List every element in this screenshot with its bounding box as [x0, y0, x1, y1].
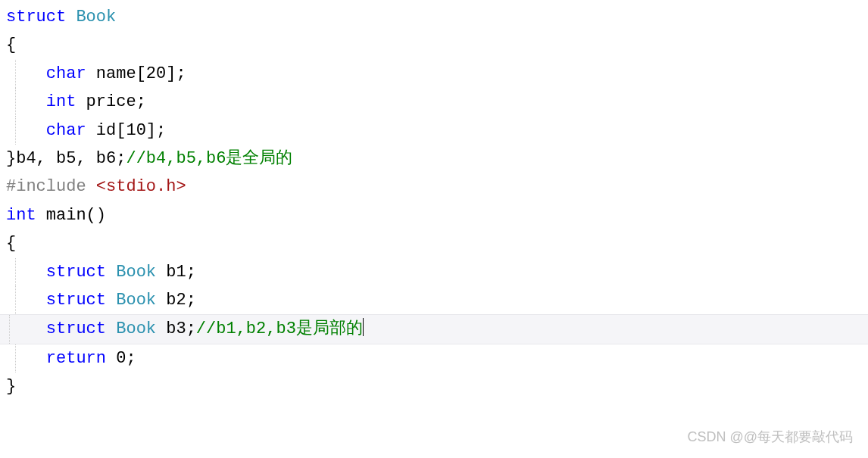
keyword-return: return: [46, 349, 106, 368]
type-book: Book: [106, 319, 156, 338]
indent-guide: [15, 258, 16, 286]
indent-guide: [15, 286, 16, 314]
code-line-8: int main(): [6, 201, 862, 229]
type-book: Book: [106, 263, 156, 282]
indent: [6, 92, 46, 111]
preprocessor-include: #include: [6, 177, 86, 196]
return-value: 0;: [106, 349, 136, 368]
keyword-struct: struct: [46, 263, 106, 282]
watermark: CSDN @@每天都要敲代码: [687, 425, 853, 449]
var-b2: b2;: [156, 291, 196, 310]
code-line-14: return 0;: [6, 344, 862, 372]
var-id: id[10];: [86, 121, 167, 140]
code-line-3: char name[20];: [6, 60, 862, 88]
brace-close-vars: }b4, b5, b6;: [6, 149, 126, 168]
comment-local: //b1,b2,b3是局部的: [196, 319, 363, 338]
code-line-5: char id[10];: [6, 117, 862, 145]
indent: [6, 64, 46, 83]
type-book: Book: [106, 291, 156, 310]
var-price: price;: [76, 92, 145, 111]
indent-guide: [9, 315, 10, 343]
keyword-struct: struct: [6, 8, 66, 26]
indent: [6, 319, 46, 338]
keyword-struct: struct: [46, 319, 106, 338]
keyword-struct: struct: [46, 291, 106, 310]
keyword-char: char: [46, 121, 86, 140]
indent-guide: [15, 344, 16, 372]
func-main: main(): [36, 206, 106, 225]
code-line-12-highlighted: struct Book b3;//b1,b2,b3是局部的: [0, 314, 868, 344]
type-book: Book: [66, 8, 116, 26]
indent: [6, 349, 46, 368]
var-b3: b3;: [156, 319, 196, 338]
indent-guide: [15, 88, 16, 116]
indent-guide: [15, 60, 16, 88]
keyword-char: char: [46, 64, 86, 83]
indent-guide: [15, 117, 16, 145]
code-line-4: int price;: [6, 88, 862, 116]
brace-open: {: [6, 36, 16, 55]
indent: [6, 263, 46, 282]
indent: [6, 291, 46, 310]
text-cursor: [363, 318, 364, 336]
brace-open: {: [6, 234, 16, 253]
header-stdio: <stdio.h>: [86, 177, 186, 196]
code-line-11: struct Book b2;: [6, 286, 862, 314]
keyword-int: int: [46, 92, 76, 111]
code-line-7: #include <stdio.h>: [6, 173, 862, 201]
code-line-6: }b4, b5, b6;//b4,b5,b6是全局的: [6, 145, 862, 173]
keyword-int: int: [6, 206, 36, 225]
brace-close: }: [6, 377, 16, 396]
code-line-9: {: [6, 229, 862, 257]
code-line-2: {: [6, 31, 862, 59]
code-line-15: }: [6, 372, 862, 400]
comment-global: //b4,b5,b6是全局的: [126, 149, 292, 168]
var-name: name[20];: [86, 64, 186, 83]
indent: [6, 121, 46, 140]
code-line-10: struct Book b1;: [6, 258, 862, 286]
code-line-1: struct Book: [6, 3, 862, 31]
var-b1: b1;: [156, 263, 196, 282]
